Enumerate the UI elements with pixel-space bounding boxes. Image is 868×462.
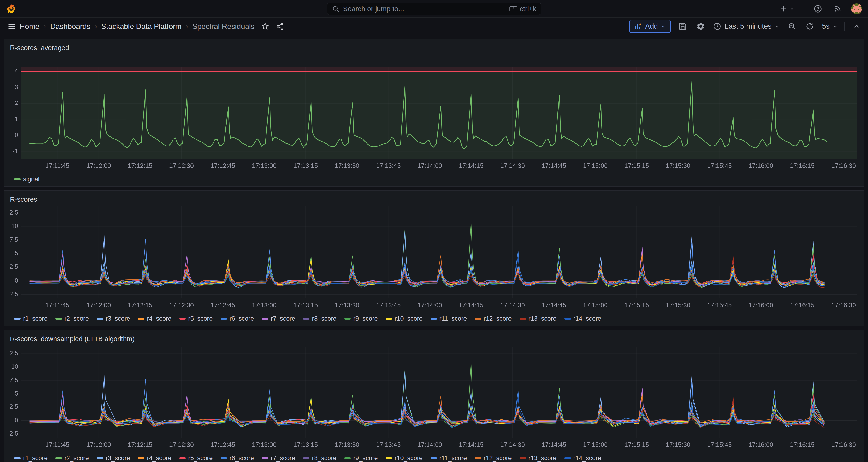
legend-color-pill	[262, 318, 268, 320]
toolbar-divider	[844, 22, 845, 31]
legend-label: r6_score	[229, 455, 254, 462]
chart-legend: r1_scorer2_scorer3_scorer4_scorer5_score…	[10, 453, 858, 462]
legend-color-pill	[344, 457, 351, 459]
legend-item-r11_score[interactable]: r11_score	[431, 455, 467, 462]
legend-label: r4_score	[147, 315, 172, 322]
share-button[interactable]	[275, 21, 285, 32]
legend-item-r1_score[interactable]: r1_score	[14, 315, 48, 322]
legend-item-r12_score[interactable]: r12_score	[475, 455, 512, 462]
legend-item-r14_score[interactable]: r14_score	[564, 315, 601, 322]
breadcrumb: Home › Dashboards › Stackable Data Platf…	[20, 21, 285, 32]
legend-item-signal[interactable]: signal	[14, 176, 40, 183]
legend-item-r2_score[interactable]: r2_score	[56, 315, 89, 322]
legend-color-pill	[14, 457, 21, 459]
add-visualization-icon	[634, 23, 642, 30]
legend-color-pill	[431, 318, 437, 320]
legend-color-pill	[221, 457, 227, 459]
legend-label: r11_score	[439, 455, 467, 462]
legend-label: r13_score	[529, 315, 557, 322]
legend-label: r6_score	[229, 315, 254, 322]
legend-color-pill	[385, 318, 392, 320]
dashboard-toolbar: Home › Dashboards › Stackable Data Platf…	[0, 18, 868, 35]
grafana-logo-icon[interactable]	[6, 3, 17, 14]
search-input[interactable]: Search or jump to... ctrl+k	[327, 3, 541, 15]
legend-item-r7_score[interactable]: r7_score	[262, 315, 295, 322]
legend-item-r6_score[interactable]: r6_score	[221, 315, 254, 322]
legend-color-pill	[56, 457, 62, 459]
legend-label: r5_score	[188, 455, 213, 462]
legend-item-r5_score[interactable]: r5_score	[179, 455, 213, 462]
help-button[interactable]	[812, 3, 824, 15]
legend-item-r6_score[interactable]: r6_score	[221, 455, 254, 462]
news-feed-button[interactable]	[832, 3, 843, 15]
user-avatar[interactable]	[851, 3, 862, 14]
legend-label: r7_score	[271, 315, 295, 322]
legend-item-r3_score[interactable]: r3_score	[97, 455, 130, 462]
breadcrumb-dashboards[interactable]: Dashboards	[50, 22, 90, 31]
legend-color-pill	[520, 318, 526, 320]
legend-item-r12_score[interactable]: r12_score	[475, 315, 512, 322]
search-shortcut: ctrl+k	[509, 5, 536, 13]
legend-item-r7_score[interactable]: r7_score	[262, 455, 295, 462]
new-menu-button[interactable]	[778, 3, 796, 14]
legend-color-pill	[344, 318, 351, 320]
panel-title[interactable]: R-scores: averaged	[10, 43, 858, 53]
favorite-star-button[interactable]	[260, 21, 271, 32]
legend-label: r9_score	[353, 455, 378, 462]
legend-color-pill	[475, 457, 481, 459]
legend-item-r4_score[interactable]: r4_score	[138, 315, 172, 322]
legend-item-r11_score[interactable]: r11_score	[431, 315, 467, 322]
breadcrumb-home[interactable]: Home	[20, 22, 39, 31]
legend-label: r8_score	[312, 315, 336, 322]
time-range-picker[interactable]: Last 5 minutes	[713, 22, 780, 31]
legend-label: r12_score	[484, 455, 512, 462]
legend-item-r13_score[interactable]: r13_score	[520, 455, 557, 462]
legend-item-r2_score[interactable]: r2_score	[56, 455, 89, 462]
legend-color-pill	[138, 318, 144, 320]
dashboard-settings-button[interactable]	[695, 21, 707, 32]
mega-menu-icon[interactable]	[6, 21, 17, 32]
rscores-downsampled-chart[interactable]	[10, 345, 858, 453]
legend-item-r13_score[interactable]: r13_score	[520, 315, 557, 322]
legend-label: r1_score	[23, 455, 48, 462]
legend-label: r4_score	[147, 455, 172, 462]
legend-color-pill	[385, 457, 392, 459]
legend-item-r10_score[interactable]: r10_score	[385, 455, 423, 462]
rscores-averaged-chart[interactable]	[10, 54, 858, 174]
zoom-out-time-button[interactable]	[786, 21, 798, 32]
legend-label: r12_score	[484, 315, 512, 322]
kiosk-mode-button[interactable]	[851, 21, 862, 32]
save-dashboard-button[interactable]	[677, 21, 688, 32]
legend-item-r8_score[interactable]: r8_score	[303, 315, 336, 322]
legend-color-pill	[14, 178, 21, 180]
chevron-down-icon	[789, 6, 795, 11]
refresh-button[interactable]	[804, 21, 815, 32]
refresh-interval-picker[interactable]: 5s	[822, 22, 838, 31]
legend-item-r9_score[interactable]: r9_score	[344, 455, 378, 462]
legend-label: r14_score	[573, 315, 601, 322]
breadcrumb-current: Spectral Residuals	[192, 22, 255, 31]
legend-item-r8_score[interactable]: r8_score	[303, 455, 336, 462]
legend-item-r4_score[interactable]: r4_score	[138, 455, 172, 462]
legend-item-r1_score[interactable]: r1_score	[14, 455, 48, 462]
clock-icon	[713, 22, 721, 31]
breadcrumb-separator: ›	[43, 22, 46, 30]
panel-title[interactable]: R-scores: downsampled (LTTB algorithm)	[10, 334, 858, 343]
chevron-down-icon	[833, 24, 838, 29]
breadcrumb-folder[interactable]: Stackable Data Platform	[101, 22, 182, 31]
legend-label: r5_score	[188, 315, 213, 322]
legend-item-r3_score[interactable]: r3_score	[97, 315, 130, 322]
legend-item-r5_score[interactable]: r5_score	[179, 315, 213, 322]
rscores-chart[interactable]	[10, 206, 858, 313]
legend-label: r10_score	[395, 455, 423, 462]
dashboard-grid: R-scores: averaged signal R-scores r1_sc…	[0, 35, 868, 462]
legend-item-r9_score[interactable]: r9_score	[344, 315, 378, 322]
panel-title[interactable]: R-scores	[10, 195, 858, 204]
chart-legend: signal	[10, 174, 858, 184]
legend-color-pill	[303, 318, 309, 320]
add-panel-button[interactable]: Add	[629, 20, 670, 33]
legend-color-pill	[303, 457, 309, 459]
legend-item-r10_score[interactable]: r10_score	[385, 315, 423, 322]
legend-label: r13_score	[529, 455, 557, 462]
legend-item-r14_score[interactable]: r14_score	[564, 455, 601, 462]
